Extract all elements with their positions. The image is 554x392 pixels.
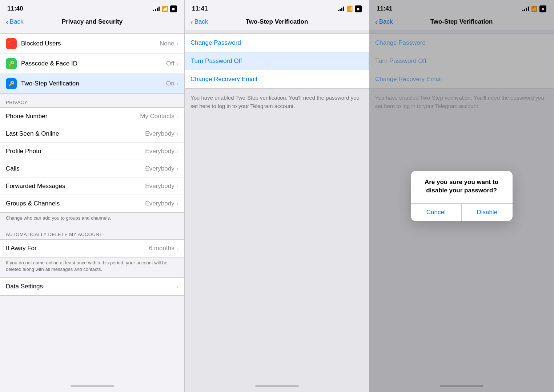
battery-icon-1: ■ xyxy=(170,5,177,12)
dialog-title: Are you sure you want to disable your pa… xyxy=(417,178,507,194)
disable-button[interactable]: Disable xyxy=(461,204,513,221)
passcode-label: Passcode & Face ID xyxy=(21,60,166,67)
status-icons-2: 📶 ■ xyxy=(338,5,362,12)
forwarded-label: Forwarded Messages xyxy=(6,183,145,190)
change-password-label-2: Change Password xyxy=(190,39,241,47)
forwarded-value: Everybody xyxy=(145,183,174,190)
privacy-list-group: Phone Number My Contacts › Last Seen & O… xyxy=(0,107,184,213)
wifi-icon-1: 📶 xyxy=(162,6,168,12)
screen1-panel: 11:40 📶 ■ ‹ Back Privacy and Security 🚫 … xyxy=(0,0,185,392)
auto-delete-group: If Away For 6 months › xyxy=(0,239,184,257)
list-item-groups[interactable]: Groups & Channels Everybody › xyxy=(0,195,184,212)
status-icons-1: 📶 ■ xyxy=(153,5,177,12)
nav-title-1: Privacy and Security xyxy=(62,18,123,25)
list-item-blocked-users[interactable]: 🚫 Blocked Users None › xyxy=(0,34,184,54)
screen2-panel: 11:41 📶 ■ ‹ Back Two-Step Verification C… xyxy=(185,0,369,392)
list-item-forwarded[interactable]: Forwarded Messages Everybody › xyxy=(0,177,184,195)
dialog-overlay: Are you sure you want to disable your pa… xyxy=(369,0,554,392)
groups-label: Groups & Channels xyxy=(6,200,145,207)
passcode-chevron: › xyxy=(177,60,178,67)
back-chevron-1: ‹ xyxy=(6,18,8,25)
tsv-item-change-password-2[interactable]: Change Password xyxy=(185,34,369,52)
list-item-if-away[interactable]: If Away For 6 months › xyxy=(0,240,184,257)
list-item-twostep[interactable]: 🔑 Two-Step Verification On › xyxy=(0,74,184,93)
passcode-value: Off xyxy=(166,60,174,67)
tsv-item-change-recovery-2[interactable]: Change Recovery Email xyxy=(185,70,369,88)
calls-label: Calls xyxy=(6,165,145,172)
list-item-phone-number[interactable]: Phone Number My Contacts › xyxy=(0,108,184,125)
blocked-users-chevron: › xyxy=(177,40,178,47)
time-1: 11:40 xyxy=(7,5,23,12)
last-seen-label: Last Seen & Online xyxy=(6,130,145,137)
security-list-group: 🚫 Blocked Users None › 🔑 Passcode & Face… xyxy=(0,33,184,94)
turn-password-off-label-2: Turn Password Off xyxy=(191,57,242,65)
home-indicator-1 xyxy=(0,380,184,392)
twostep-value: On xyxy=(166,80,174,87)
home-indicator-2 xyxy=(185,380,369,392)
groups-value: Everybody xyxy=(145,200,174,207)
back-label-1: Back xyxy=(10,18,24,25)
battery-icon-2: ■ xyxy=(355,5,362,12)
calls-value: Everybody xyxy=(145,165,174,172)
nav-title-2: Two-Step Verification xyxy=(246,18,308,25)
profile-photo-value: Everybody xyxy=(145,148,174,155)
dialog-buttons: Cancel Disable xyxy=(411,203,513,221)
profile-photo-label: Profile Photo xyxy=(6,148,145,155)
phone-number-value: My Contacts xyxy=(140,113,174,120)
passcode-icon: 🔑 xyxy=(6,58,17,69)
nav-bar-2: ‹ Back Two-Step Verification xyxy=(185,15,369,30)
signal-icon-1 xyxy=(153,6,160,11)
list-item-last-seen[interactable]: Last Seen & Online Everybody › xyxy=(0,125,184,143)
auto-delete-header: AUTOMATICALLY DELETE MY ACCOUNT xyxy=(0,226,184,239)
phone-number-label: Phone Number xyxy=(6,113,140,120)
blocked-users-label: Blocked Users xyxy=(21,40,160,47)
status-bar-1: 11:40 📶 ■ xyxy=(0,0,184,15)
if-away-label: If Away For xyxy=(6,245,149,252)
change-recovery-label-2: Change Recovery Email xyxy=(190,76,257,83)
blocked-icon: 🚫 xyxy=(6,38,17,49)
data-settings-group: Data Settings › xyxy=(0,277,184,296)
dialog-body: Are you sure you want to disable your pa… xyxy=(411,171,513,203)
screen3-panel: 11:41 📶 ■ ‹ Back Two-Step Verification C… xyxy=(369,0,554,392)
tsv-list-group-2: Change Password Turn Password Off Change… xyxy=(185,33,369,89)
blocked-users-value: None xyxy=(160,40,174,47)
tsv-description-2: You have enabled Two-Step verification. … xyxy=(185,89,369,115)
status-bar-2: 11:41 📶 ■ xyxy=(185,0,369,15)
list-item-passcode[interactable]: 🔑 Passcode & Face ID Off › xyxy=(0,54,184,74)
list-item-calls[interactable]: Calls Everybody › xyxy=(0,160,184,177)
cancel-button[interactable]: Cancel xyxy=(411,204,462,221)
twostep-chevron: › xyxy=(177,80,178,87)
back-button-1[interactable]: ‹ Back xyxy=(6,18,23,25)
last-seen-value: Everybody xyxy=(145,130,174,137)
list-item-data-settings[interactable]: Data Settings › xyxy=(0,278,184,295)
tsv-item-turn-off-2[interactable]: Turn Password Off xyxy=(185,52,369,70)
back-button-2[interactable]: ‹ Back xyxy=(190,18,208,25)
data-settings-label: Data Settings xyxy=(6,283,177,290)
privacy-section-header: PRIVACY xyxy=(0,94,184,107)
privacy-footer: Change who can add you to groups and cha… xyxy=(0,213,184,226)
if-away-value: 6 months xyxy=(149,245,174,252)
list-item-profile-photo[interactable]: Profile Photo Everybody › xyxy=(0,143,184,160)
signal-icon-2 xyxy=(338,6,344,11)
confirm-dialog: Are you sure you want to disable your pa… xyxy=(411,171,513,221)
twostep-label: Two-Step Verification xyxy=(21,80,166,87)
back-label-2: Back xyxy=(194,18,208,25)
time-2: 11:41 xyxy=(192,5,208,12)
nav-bar-1: ‹ Back Privacy and Security xyxy=(0,15,184,30)
wifi-icon-2: 📶 xyxy=(346,6,353,12)
twostep-icon: 🔑 xyxy=(6,78,17,89)
auto-delete-footer: If you do not come online at least once … xyxy=(0,257,184,277)
back-chevron-2: ‹ xyxy=(190,18,193,25)
